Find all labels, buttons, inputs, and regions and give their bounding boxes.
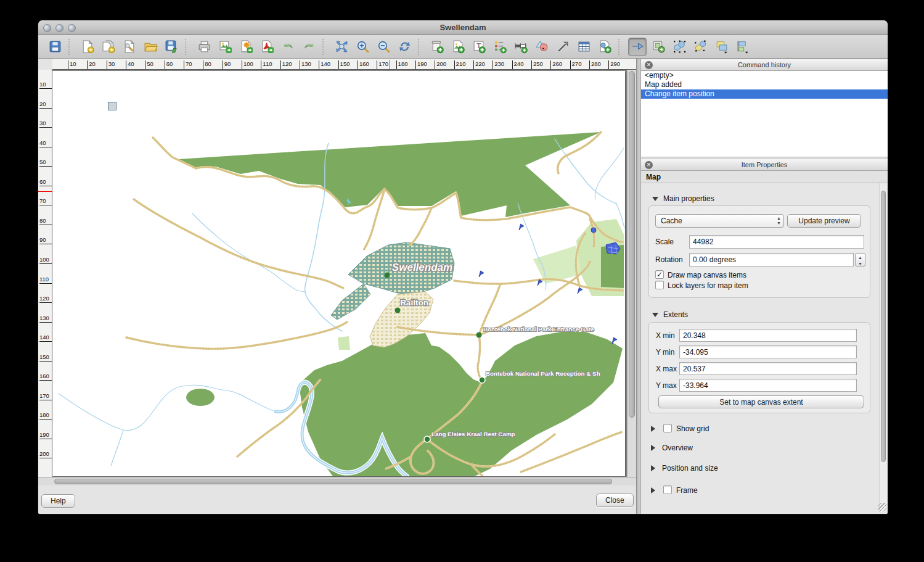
item-properties-scrollbar[interactable] (879, 183, 887, 512)
align-items-button[interactable] (733, 38, 751, 56)
hruler-tick: 60 (165, 60, 173, 69)
canvas-vertical-scrollbar[interactable] (627, 70, 636, 477)
add-label-button[interactable]: T (470, 38, 488, 56)
hruler-tick: 200 (435, 60, 446, 69)
load-template-button[interactable] (141, 38, 160, 56)
add-scalebar-button[interactable] (512, 38, 530, 56)
canvas-pane: 1020304050607080901001101201301401501601… (38, 59, 636, 514)
duplicate-composition-button[interactable] (99, 38, 118, 56)
hruler-tick: 270 (570, 60, 582, 69)
window-title: Swellendam (38, 23, 888, 32)
export-pdf-button[interactable] (258, 38, 276, 56)
ungroup-items-button[interactable] (691, 38, 709, 56)
extents-disclosure[interactable] (652, 313, 658, 317)
vruler-tick: 70 (39, 197, 52, 205)
reception-label: Bontebok National Park Reception & Sh (486, 370, 600, 377)
draw-map-canvas-items-checkbox[interactable]: ✓ (655, 270, 664, 279)
show-grid-checkbox[interactable] (663, 424, 672, 432)
add-image-button[interactable] (449, 38, 467, 56)
group-items-button[interactable] (670, 38, 689, 56)
zoom-out-button[interactable] (374, 38, 393, 56)
command-history-list[interactable]: <empty> Map added Change item position (641, 71, 888, 157)
x-min-label: X min (656, 331, 675, 340)
frame-checkbox[interactable] (663, 486, 672, 494)
hruler-tick: 10 (68, 60, 76, 69)
composition-manager-button[interactable] (120, 38, 139, 56)
raise-items-button[interactable] (712, 38, 730, 56)
x-max-input[interactable] (679, 362, 857, 375)
refresh-button[interactable] (395, 38, 414, 56)
dialog-buttonbar: Help Close (38, 487, 636, 514)
y-max-input[interactable] (679, 379, 857, 392)
add-html-button[interactable]: </> (595, 38, 614, 56)
hruler-tick: 140 (319, 60, 330, 69)
main-properties-disclosure[interactable] (652, 197, 658, 201)
add-shape-button[interactable] (533, 38, 551, 56)
zoom-full-button[interactable] (332, 38, 351, 56)
print-button[interactable] (195, 38, 213, 56)
rotation-input[interactable] (689, 253, 854, 267)
cache-mode-select[interactable]: Cache ▲▼ (655, 214, 784, 228)
x-min-input[interactable] (679, 329, 857, 342)
map-item[interactable]: Swellendam Railton Bontebok National Par… (52, 71, 625, 476)
new-composition-button[interactable] (78, 38, 97, 56)
composition-paper[interactable]: Swellendam Railton Bontebok National Par… (52, 71, 625, 476)
export-svg-button[interactable] (237, 38, 255, 56)
overview-disclosure[interactable] (651, 445, 655, 451)
set-to-map-canvas-extent-button[interactable]: Set to map canvas extent (658, 395, 864, 408)
hruler-tick: 20 (87, 60, 96, 69)
hruler-tick: 180 (396, 60, 408, 69)
hruler-tick: 160 (358, 60, 369, 69)
combo-arrows-icon: ▲▼ (777, 216, 781, 226)
vruler-tick: 10 (39, 80, 52, 89)
vruler-tick: 180 (39, 411, 52, 419)
add-map-button[interactable] (428, 38, 446, 56)
resize-grip[interactable] (878, 503, 887, 511)
vruler-tick: 170 (39, 392, 52, 400)
vruler-tick: 190 (39, 431, 52, 439)
history-item-selected[interactable]: Change item position (641, 89, 888, 99)
item-properties-body: Map Main properties Cache ▲▼ Update prev… (641, 171, 888, 512)
add-arrow-button[interactable] (554, 38, 572, 56)
vruler-tick: 200 (39, 450, 52, 458)
add-legend-button[interactable] (491, 38, 509, 56)
lock-layers-checkbox[interactable] (655, 281, 664, 289)
undo-button[interactable] (279, 38, 297, 56)
hruler-tick: 40 (126, 60, 134, 69)
hruler-tick: 100 (242, 60, 253, 69)
vruler-tick: 60 (39, 178, 52, 186)
panel-splitter[interactable] (636, 59, 641, 514)
save-as-template-button[interactable] (162, 38, 181, 56)
y-min-label: Y min (656, 348, 674, 357)
y-min-input[interactable] (679, 345, 857, 358)
move-item-content-button[interactable] (649, 38, 668, 56)
show-grid-disclosure[interactable] (651, 426, 655, 432)
vruler-tick: 130 (39, 314, 52, 323)
zoom-in-button[interactable] (353, 38, 372, 56)
update-preview-button[interactable]: Update preview (787, 214, 861, 228)
close-button[interactable]: Close (596, 494, 634, 507)
hruler-tick: 30 (107, 60, 115, 69)
history-item[interactable]: Map added (641, 80, 888, 89)
help-button[interactable]: Help (41, 494, 75, 508)
composition-canvas[interactable]: Swellendam Railton Bontebok National Par… (52, 70, 636, 477)
rotation-stepper[interactable]: ▲▼ (855, 253, 865, 267)
scale-input[interactable] (689, 235, 864, 249)
vruler-tick: 90 (39, 236, 52, 244)
vruler-tick: 150 (39, 353, 52, 362)
save-button[interactable] (46, 38, 64, 56)
gate-label: Bontebok National Park Entrance Gate (483, 326, 594, 333)
selected-small-item[interactable] (108, 102, 117, 110)
hruler-tick: 290 (608, 60, 620, 69)
history-item[interactable]: <empty> (641, 71, 888, 80)
hruler-tick: 150 (338, 60, 350, 69)
hruler-tick: 110 (261, 60, 272, 69)
export-image-button[interactable] (216, 38, 234, 56)
select-move-item-button[interactable] (628, 38, 647, 56)
hruler-tick: 50 (145, 60, 153, 69)
position-size-disclosure[interactable] (651, 465, 655, 471)
add-table-button[interactable] (574, 38, 593, 56)
canvas-horizontal-scrollbar[interactable] (38, 477, 636, 486)
redo-button[interactable] (300, 38, 318, 56)
frame-disclosure[interactable] (651, 487, 655, 494)
